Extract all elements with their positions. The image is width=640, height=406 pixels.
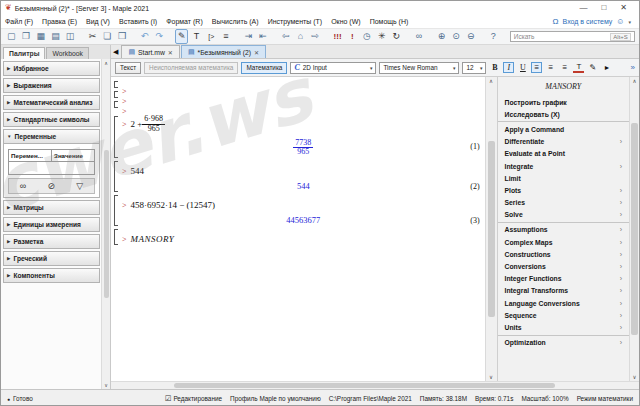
search-input[interactable]: Искать Alt+S bbox=[510, 31, 635, 42]
scrollbar-thumb[interactable] bbox=[104, 150, 109, 298]
math-input[interactable]: 2 + bbox=[131, 119, 143, 129]
horizontal-scrollbar[interactable] bbox=[111, 381, 639, 389]
zoom-reset-icon[interactable]: ⊙ bbox=[450, 30, 463, 43]
context-item-evaluate-at-point[interactable]: Evaluate at a Point bbox=[498, 148, 630, 160]
context-item-solve[interactable]: Solve› bbox=[498, 209, 630, 221]
execution-group-4[interactable]: >MANSORY bbox=[114, 228, 485, 246]
insert-prompt-icon[interactable]: [> bbox=[205, 30, 218, 43]
context-item-plot[interactable]: Построить график bbox=[498, 96, 630, 108]
context-item-assumptions[interactable]: Assumptions› bbox=[498, 224, 630, 236]
empty-execution-group[interactable]: > bbox=[114, 100, 485, 109]
restart-icon[interactable]: ↻ bbox=[390, 30, 403, 43]
more-toolbar-icon[interactable]: » bbox=[631, 63, 635, 72]
paste-icon[interactable]: ❒ bbox=[116, 30, 129, 43]
zoom-out-icon[interactable]: ⊖ bbox=[464, 30, 477, 43]
worksheet[interactable]: > > > > 2 + 6·968 965 bbox=[111, 77, 485, 381]
redo-icon[interactable]: ↷ bbox=[153, 30, 166, 43]
context-item-apply-command[interactable]: Apply a Command bbox=[498, 123, 630, 135]
scroll-down-icon[interactable]: ∨ bbox=[633, 374, 637, 380]
palette-matrix[interactable]: ▶Матрицы bbox=[3, 200, 100, 215]
menu-file[interactable]: Файл (F) bbox=[5, 18, 33, 25]
outdent-icon[interactable]: ⇤ bbox=[257, 30, 270, 43]
scroll-up-icon[interactable]: ∧ bbox=[489, 78, 493, 84]
execute-all-icon[interactable]: !!! bbox=[331, 30, 344, 43]
context-item-limit[interactable]: Limit bbox=[498, 172, 630, 184]
bold-button[interactable]: B bbox=[489, 63, 500, 72]
open-file-icon[interactable]: ❐ bbox=[20, 30, 33, 43]
hide-variables-icon[interactable]: ⊘ bbox=[47, 181, 55, 191]
palette-variables[interactable]: ▼Переменные bbox=[3, 129, 100, 144]
scroll-down-icon[interactable]: ∨ bbox=[489, 374, 493, 380]
minimize-button[interactable]: — bbox=[579, 4, 587, 12]
print-preview-icon[interactable]: ◫ bbox=[64, 30, 77, 43]
menu-edit[interactable]: Правка (E) bbox=[42, 18, 77, 25]
menu-format[interactable]: Формат (R) bbox=[166, 18, 203, 25]
context-item-integer-functions[interactable]: Integer Functions› bbox=[498, 273, 630, 285]
tab-startmw[interactable]: ▤ Start.mw ✕ bbox=[121, 45, 179, 58]
variables-col-value[interactable]: Значение bbox=[52, 150, 94, 161]
close-button[interactable]: ✕ bbox=[620, 4, 627, 12]
input-fraction[interactable]: 6·968 965 bbox=[142, 115, 165, 134]
entry-marker-icon[interactable]: ► bbox=[601, 64, 612, 71]
menu-view[interactable]: Вид (V) bbox=[86, 18, 110, 25]
empty-execution-group[interactable]: > bbox=[114, 90, 485, 99]
print-icon[interactable]: ▤ bbox=[49, 30, 62, 43]
palette-favorites[interactable]: ▶Избранное bbox=[3, 61, 100, 76]
tab-scroll-left-icon[interactable]: ◀ bbox=[113, 48, 118, 56]
math-input[interactable]: MANSORY bbox=[131, 234, 175, 244]
interrupt-icon[interactable]: ◷ bbox=[361, 30, 374, 43]
editing-checkbox[interactable]: ☑ bbox=[165, 394, 172, 403]
palette-common-symbols[interactable]: ▶Стандартные символы bbox=[3, 112, 100, 127]
sidebar-scrollbar[interactable]: ∧ ∨ bbox=[101, 59, 110, 389]
tab-palettes[interactable]: Палитры bbox=[3, 47, 45, 59]
scroll-down-icon[interactable]: ∨ bbox=[104, 382, 108, 388]
context-item-integral-transforms[interactable]: Integral Transforms› bbox=[498, 285, 630, 297]
new-document-icon[interactable]: ▢ bbox=[5, 30, 18, 43]
back-icon[interactable]: ⇦ bbox=[279, 30, 292, 43]
execution-group-2[interactable]: >544 544 (2) bbox=[114, 160, 485, 193]
scrollbar-thumb[interactable] bbox=[631, 123, 638, 334]
context-item-language-conversions[interactable]: Language Conversions› bbox=[498, 297, 630, 309]
help-icon[interactable]: ? bbox=[487, 30, 500, 43]
user-caret-icon[interactable]: ▾ bbox=[628, 19, 631, 25]
filter-variables-icon[interactable]: ▽ bbox=[76, 181, 83, 191]
close-tab-icon[interactable]: ✕ bbox=[168, 49, 173, 56]
insert-text-icon[interactable]: T bbox=[190, 30, 203, 43]
context-item-optimization[interactable]: Optimization› bbox=[498, 337, 630, 349]
undo-icon[interactable]: ↶ bbox=[138, 30, 151, 43]
empty-execution-group[interactable]: > bbox=[114, 80, 485, 89]
context-item-integrate[interactable]: Integrate› bbox=[498, 160, 630, 172]
palette-layout[interactable]: ▶Разметка bbox=[3, 234, 100, 249]
scrollbar-thumb[interactable] bbox=[174, 383, 554, 388]
menu-window[interactable]: Окно (W) bbox=[331, 18, 360, 25]
menu-evaluate[interactable]: Вычислить (A) bbox=[212, 18, 259, 25]
scroll-up-icon[interactable]: ∧ bbox=[104, 60, 108, 66]
context-item-complex-maps[interactable]: Complex Maps› bbox=[498, 236, 630, 248]
palette-components[interactable]: ▶Компоненты bbox=[3, 268, 100, 283]
worksheet-scrollbar[interactable]: ∧ ∨ bbox=[485, 77, 497, 381]
context-item-explore[interactable]: Исследовать (X) bbox=[498, 108, 630, 120]
notifications-bell-icon[interactable]: Ω bbox=[553, 18, 559, 26]
insert-section-icon[interactable]: ≡ bbox=[220, 30, 233, 43]
style-dropdown[interactable]: C 2D Input ▾ bbox=[290, 62, 376, 74]
context-item-conversions[interactable]: Conversions› bbox=[498, 260, 630, 272]
scrollbar-thumb[interactable] bbox=[488, 141, 495, 316]
forward-icon[interactable]: ⇨ bbox=[309, 30, 322, 43]
menu-insert[interactable]: Вставить (I) bbox=[119, 18, 157, 25]
copy-icon[interactable]: ❏ bbox=[101, 30, 114, 43]
indent-icon[interactable]: ⇥ bbox=[242, 30, 255, 43]
context-item-constructions[interactable]: Constructions› bbox=[498, 248, 630, 260]
context-item-series[interactable]: Series› bbox=[498, 197, 630, 209]
save-icon[interactable]: ▦ bbox=[34, 30, 47, 43]
italic-button[interactable]: I bbox=[503, 62, 514, 73]
menu-tools[interactable]: Инструменты (T) bbox=[268, 18, 323, 25]
debug-icon[interactable]: ✳ bbox=[375, 30, 388, 43]
execution-group-3[interactable]: >458·6952·14 − (12547) 44563677 (3) bbox=[114, 194, 485, 227]
text-mode-button[interactable]: Текст bbox=[115, 62, 141, 74]
math-input[interactable]: 458·6952·14 − (12547) bbox=[131, 200, 216, 210]
align-right-button[interactable]: ≡ bbox=[559, 63, 570, 72]
highlighter-pen-icon[interactable]: ✎ bbox=[587, 63, 598, 72]
close-tab-icon[interactable]: ✕ bbox=[254, 49, 259, 56]
palette-greek[interactable]: ▶Греческий bbox=[3, 251, 100, 266]
font-size-dropdown[interactable]: 12 ▾ bbox=[462, 62, 486, 74]
